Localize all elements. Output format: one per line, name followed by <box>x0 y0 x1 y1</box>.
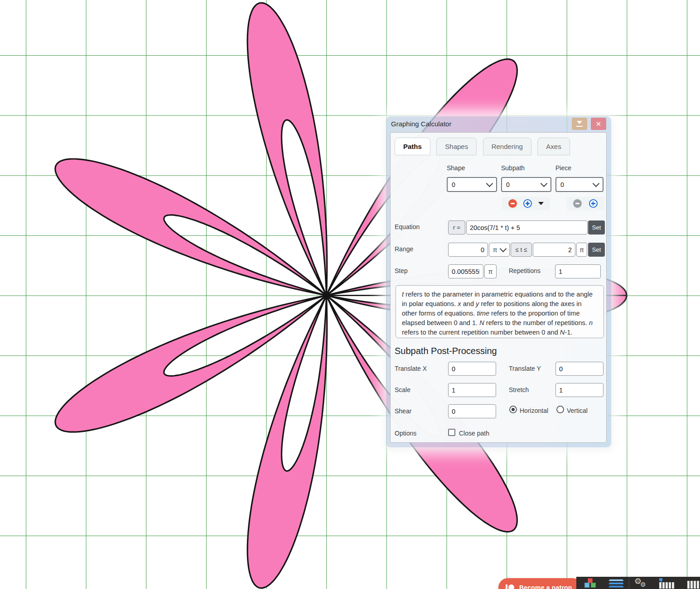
repetitions-input[interactable] <box>555 264 601 278</box>
shape-label: Shape <box>447 164 465 172</box>
blocks-icon[interactable] <box>584 578 597 589</box>
layers-icon[interactable] <box>609 578 623 589</box>
collapse-window-icon <box>576 121 583 127</box>
shear-vertical-label: Vertical <box>567 407 588 414</box>
scale-label: Scale <box>395 386 410 393</box>
shear-input[interactable] <box>448 404 496 418</box>
tab-rendering[interactable]: Rendering <box>483 138 531 155</box>
piano-roll-partial-icon[interactable] <box>687 578 700 589</box>
range-from-unit-select[interactable]: π <box>489 243 510 257</box>
range-label: Range <box>395 245 413 253</box>
subpath-label: Subpath <box>501 164 525 172</box>
taskbar-divider <box>629 577 629 589</box>
piano-roll-icon[interactable] <box>659 578 677 589</box>
close-path-checkbox[interactable] <box>448 429 455 436</box>
chevron-down-icon <box>541 180 548 187</box>
equation-label: Equation <box>395 223 420 230</box>
shape-select[interactable]: 0 <box>447 177 497 192</box>
dialog-titlebar[interactable]: Graphing Calculator ✕ <box>386 116 611 132</box>
translate-y-label: Translate Y <box>509 365 541 372</box>
shear-horizontal-radio[interactable] <box>509 406 517 413</box>
piece-select[interactable]: 0 <box>555 177 603 192</box>
subpath-buttons <box>502 197 550 210</box>
patreon-button-label: Become a patron <box>519 584 572 589</box>
tab-axes[interactable]: Axes <box>537 138 570 155</box>
close-window-button[interactable]: ✕ <box>591 118 606 130</box>
options-label: Options <box>395 430 416 437</box>
range-to-unit: π <box>576 243 587 257</box>
dialog-title: Graphing Calculator <box>391 120 451 128</box>
tab-bar: Paths Shapes Rendering Axes <box>395 138 574 155</box>
remove-piece-button[interactable] <box>573 199 582 208</box>
range-set-button[interactable]: Set <box>588 243 605 257</box>
add-subpath-button[interactable] <box>523 199 532 208</box>
tab-paths[interactable]: Paths <box>395 138 430 155</box>
chevron-down-icon <box>486 180 493 187</box>
range-between-label: ≤ t ≤ <box>511 243 532 257</box>
tab-shapes[interactable]: Shapes <box>436 138 477 155</box>
range-to-input[interactable] <box>533 243 575 257</box>
translate-x-label: Translate X <box>395 365 427 372</box>
chevron-down-icon <box>500 245 507 252</box>
remove-subpath-button[interactable] <box>508 199 517 208</box>
repetitions-label: Repetitions <box>509 267 541 274</box>
scale-input[interactable] <box>448 383 496 397</box>
close-path-label: Close path <box>459 430 489 437</box>
post-processing-heading: Subpath Post-Processing <box>395 346 497 356</box>
minus-icon <box>511 203 515 204</box>
range-from-input[interactable] <box>448 243 488 257</box>
minus-icon <box>575 203 579 204</box>
equation-input[interactable] <box>466 220 588 235</box>
add-piece-button[interactable] <box>589 199 598 208</box>
piece-label: Piece <box>555 164 571 172</box>
equation-prefix: r = <box>448 220 465 235</box>
step-unit: π <box>484 264 497 278</box>
dialog-panel: Paths Shapes Rendering Axes Shape Subpat… <box>390 132 607 443</box>
step-input[interactable] <box>448 264 483 278</box>
patreon-logo-icon <box>506 584 515 589</box>
close-icon: ✕ <box>596 120 602 128</box>
chevron-down-icon <box>593 180 600 187</box>
caret-down-icon[interactable] <box>538 202 544 205</box>
subpath-select[interactable]: 0 <box>501 177 551 192</box>
translate-y-input[interactable] <box>555 362 603 376</box>
equation-set-button[interactable]: Set <box>588 220 605 235</box>
piece-buttons <box>566 197 604 210</box>
graphing-calculator-dialog: Graphing Calculator ✕ Paths Shapes Rende… <box>386 116 611 447</box>
step-label: Step <box>395 267 408 274</box>
become-a-patron-button[interactable]: Become a patron <box>498 578 582 589</box>
shear-horizontal-label: Horizontal <box>520 407 548 414</box>
gears-icon[interactable]: ⚙⚙ <box>634 578 650 589</box>
help-text: t refers to the parameter in parametric … <box>396 285 604 338</box>
collapse-window-button[interactable] <box>572 118 587 130</box>
shear-vertical-radio[interactable] <box>556 406 564 413</box>
shear-label: Shear <box>395 407 411 415</box>
stretch-label: Stretch <box>509 386 529 393</box>
translate-x-input[interactable] <box>448 362 496 376</box>
taskbar: ⚙⚙ <box>576 577 700 589</box>
app-canvas[interactable]: Graphing Calculator ✕ Paths Shapes Rende… <box>0 0 700 589</box>
stretch-input[interactable] <box>555 383 603 397</box>
